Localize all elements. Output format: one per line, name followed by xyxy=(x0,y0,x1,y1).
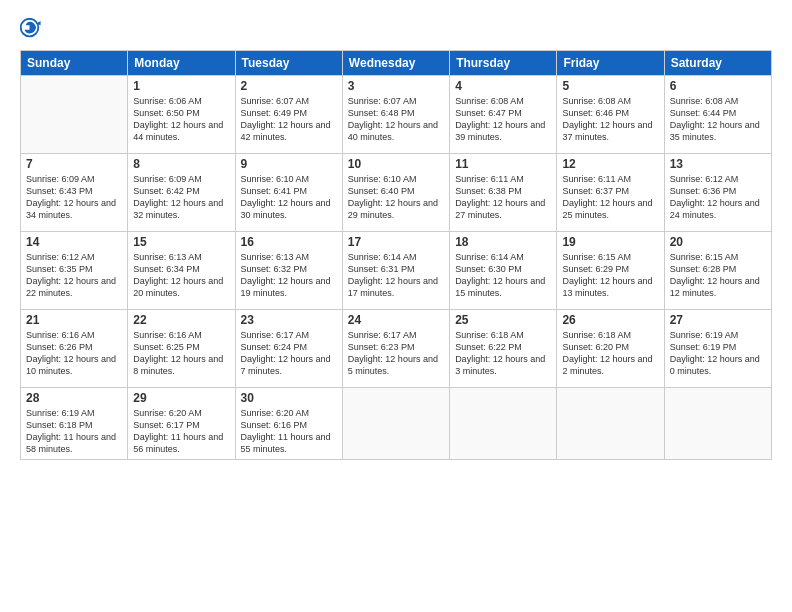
calendar-cell xyxy=(664,388,771,460)
weekday-header-wednesday: Wednesday xyxy=(342,51,449,76)
calendar-cell xyxy=(342,388,449,460)
calendar-cell: 5Sunrise: 6:08 AMSunset: 6:46 PMDaylight… xyxy=(557,76,664,154)
calendar-cell: 15Sunrise: 6:13 AMSunset: 6:34 PMDayligh… xyxy=(128,232,235,310)
weekday-header-thursday: Thursday xyxy=(450,51,557,76)
week-row-2: 7Sunrise: 6:09 AMSunset: 6:43 PMDaylight… xyxy=(21,154,772,232)
day-number: 19 xyxy=(562,235,658,249)
calendar-cell: 29Sunrise: 6:20 AMSunset: 6:17 PMDayligh… xyxy=(128,388,235,460)
day-info: Sunrise: 6:11 AMSunset: 6:38 PMDaylight:… xyxy=(455,173,551,222)
day-info: Sunrise: 6:09 AMSunset: 6:43 PMDaylight:… xyxy=(26,173,122,222)
day-info: Sunrise: 6:16 AMSunset: 6:26 PMDaylight:… xyxy=(26,329,122,378)
day-info: Sunrise: 6:19 AMSunset: 6:19 PMDaylight:… xyxy=(670,329,766,378)
calendar-cell: 9Sunrise: 6:10 AMSunset: 6:41 PMDaylight… xyxy=(235,154,342,232)
day-info: Sunrise: 6:14 AMSunset: 6:31 PMDaylight:… xyxy=(348,251,444,300)
weekday-header-row: SundayMondayTuesdayWednesdayThursdayFrid… xyxy=(21,51,772,76)
day-info: Sunrise: 6:10 AMSunset: 6:40 PMDaylight:… xyxy=(348,173,444,222)
day-info: Sunrise: 6:17 AMSunset: 6:24 PMDaylight:… xyxy=(241,329,337,378)
calendar-cell: 30Sunrise: 6:20 AMSunset: 6:16 PMDayligh… xyxy=(235,388,342,460)
day-number: 8 xyxy=(133,157,229,171)
day-number: 15 xyxy=(133,235,229,249)
day-info: Sunrise: 6:08 AMSunset: 6:44 PMDaylight:… xyxy=(670,95,766,144)
day-number: 27 xyxy=(670,313,766,327)
day-info: Sunrise: 6:07 AMSunset: 6:49 PMDaylight:… xyxy=(241,95,337,144)
day-number: 28 xyxy=(26,391,122,405)
day-info: Sunrise: 6:13 AMSunset: 6:32 PMDaylight:… xyxy=(241,251,337,300)
day-number: 24 xyxy=(348,313,444,327)
calendar-cell xyxy=(450,388,557,460)
calendar-cell: 26Sunrise: 6:18 AMSunset: 6:20 PMDayligh… xyxy=(557,310,664,388)
day-info: Sunrise: 6:12 AMSunset: 6:35 PMDaylight:… xyxy=(26,251,122,300)
weekday-header-saturday: Saturday xyxy=(664,51,771,76)
calendar-cell: 4Sunrise: 6:08 AMSunset: 6:47 PMDaylight… xyxy=(450,76,557,154)
day-info: Sunrise: 6:15 AMSunset: 6:29 PMDaylight:… xyxy=(562,251,658,300)
day-info: Sunrise: 6:16 AMSunset: 6:25 PMDaylight:… xyxy=(133,329,229,378)
calendar-cell: 24Sunrise: 6:17 AMSunset: 6:23 PMDayligh… xyxy=(342,310,449,388)
calendar-cell: 22Sunrise: 6:16 AMSunset: 6:25 PMDayligh… xyxy=(128,310,235,388)
calendar-cell: 25Sunrise: 6:18 AMSunset: 6:22 PMDayligh… xyxy=(450,310,557,388)
day-info: Sunrise: 6:09 AMSunset: 6:42 PMDaylight:… xyxy=(133,173,229,222)
calendar-cell: 10Sunrise: 6:10 AMSunset: 6:40 PMDayligh… xyxy=(342,154,449,232)
calendar-cell: 7Sunrise: 6:09 AMSunset: 6:43 PMDaylight… xyxy=(21,154,128,232)
day-number: 16 xyxy=(241,235,337,249)
day-number: 11 xyxy=(455,157,551,171)
calendar-cell: 13Sunrise: 6:12 AMSunset: 6:36 PMDayligh… xyxy=(664,154,771,232)
day-number: 23 xyxy=(241,313,337,327)
day-number: 5 xyxy=(562,79,658,93)
calendar-cell: 14Sunrise: 6:12 AMSunset: 6:35 PMDayligh… xyxy=(21,232,128,310)
calendar-cell: 16Sunrise: 6:13 AMSunset: 6:32 PMDayligh… xyxy=(235,232,342,310)
calendar-cell: 2Sunrise: 6:07 AMSunset: 6:49 PMDaylight… xyxy=(235,76,342,154)
calendar-cell: 19Sunrise: 6:15 AMSunset: 6:29 PMDayligh… xyxy=(557,232,664,310)
day-number: 13 xyxy=(670,157,766,171)
calendar-cell: 6Sunrise: 6:08 AMSunset: 6:44 PMDaylight… xyxy=(664,76,771,154)
calendar-cell: 8Sunrise: 6:09 AMSunset: 6:42 PMDaylight… xyxy=(128,154,235,232)
day-number: 10 xyxy=(348,157,444,171)
day-info: Sunrise: 6:19 AMSunset: 6:18 PMDaylight:… xyxy=(26,407,122,456)
week-row-1: 1Sunrise: 6:06 AMSunset: 6:50 PMDaylight… xyxy=(21,76,772,154)
day-number: 1 xyxy=(133,79,229,93)
day-number: 22 xyxy=(133,313,229,327)
calendar-cell: 3Sunrise: 6:07 AMSunset: 6:48 PMDaylight… xyxy=(342,76,449,154)
day-info: Sunrise: 6:18 AMSunset: 6:22 PMDaylight:… xyxy=(455,329,551,378)
day-info: Sunrise: 6:20 AMSunset: 6:16 PMDaylight:… xyxy=(241,407,337,456)
calendar-cell: 21Sunrise: 6:16 AMSunset: 6:26 PMDayligh… xyxy=(21,310,128,388)
calendar-cell: 20Sunrise: 6:15 AMSunset: 6:28 PMDayligh… xyxy=(664,232,771,310)
calendar-cell: 28Sunrise: 6:19 AMSunset: 6:18 PMDayligh… xyxy=(21,388,128,460)
logo xyxy=(20,18,46,40)
day-info: Sunrise: 6:18 AMSunset: 6:20 PMDaylight:… xyxy=(562,329,658,378)
calendar-table: SundayMondayTuesdayWednesdayThursdayFrid… xyxy=(20,50,772,460)
weekday-header-tuesday: Tuesday xyxy=(235,51,342,76)
day-info: Sunrise: 6:10 AMSunset: 6:41 PMDaylight:… xyxy=(241,173,337,222)
day-info: Sunrise: 6:06 AMSunset: 6:50 PMDaylight:… xyxy=(133,95,229,144)
weekday-header-sunday: Sunday xyxy=(21,51,128,76)
header xyxy=(20,18,772,40)
day-number: 17 xyxy=(348,235,444,249)
calendar-cell: 11Sunrise: 6:11 AMSunset: 6:38 PMDayligh… xyxy=(450,154,557,232)
weekday-header-monday: Monday xyxy=(128,51,235,76)
day-number: 7 xyxy=(26,157,122,171)
calendar-cell: 18Sunrise: 6:14 AMSunset: 6:30 PMDayligh… xyxy=(450,232,557,310)
day-number: 12 xyxy=(562,157,658,171)
day-number: 18 xyxy=(455,235,551,249)
day-number: 2 xyxy=(241,79,337,93)
day-number: 30 xyxy=(241,391,337,405)
calendar-cell: 23Sunrise: 6:17 AMSunset: 6:24 PMDayligh… xyxy=(235,310,342,388)
day-info: Sunrise: 6:12 AMSunset: 6:36 PMDaylight:… xyxy=(670,173,766,222)
day-number: 3 xyxy=(348,79,444,93)
day-info: Sunrise: 6:08 AMSunset: 6:47 PMDaylight:… xyxy=(455,95,551,144)
day-info: Sunrise: 6:07 AMSunset: 6:48 PMDaylight:… xyxy=(348,95,444,144)
day-number: 4 xyxy=(455,79,551,93)
day-info: Sunrise: 6:13 AMSunset: 6:34 PMDaylight:… xyxy=(133,251,229,300)
day-info: Sunrise: 6:08 AMSunset: 6:46 PMDaylight:… xyxy=(562,95,658,144)
page: SundayMondayTuesdayWednesdayThursdayFrid… xyxy=(0,0,792,612)
week-row-3: 14Sunrise: 6:12 AMSunset: 6:35 PMDayligh… xyxy=(21,232,772,310)
day-info: Sunrise: 6:17 AMSunset: 6:23 PMDaylight:… xyxy=(348,329,444,378)
logo-icon xyxy=(20,18,42,40)
calendar-cell: 1Sunrise: 6:06 AMSunset: 6:50 PMDaylight… xyxy=(128,76,235,154)
day-number: 29 xyxy=(133,391,229,405)
week-row-4: 21Sunrise: 6:16 AMSunset: 6:26 PMDayligh… xyxy=(21,310,772,388)
day-number: 20 xyxy=(670,235,766,249)
day-info: Sunrise: 6:20 AMSunset: 6:17 PMDaylight:… xyxy=(133,407,229,456)
day-info: Sunrise: 6:14 AMSunset: 6:30 PMDaylight:… xyxy=(455,251,551,300)
day-info: Sunrise: 6:15 AMSunset: 6:28 PMDaylight:… xyxy=(670,251,766,300)
day-number: 9 xyxy=(241,157,337,171)
